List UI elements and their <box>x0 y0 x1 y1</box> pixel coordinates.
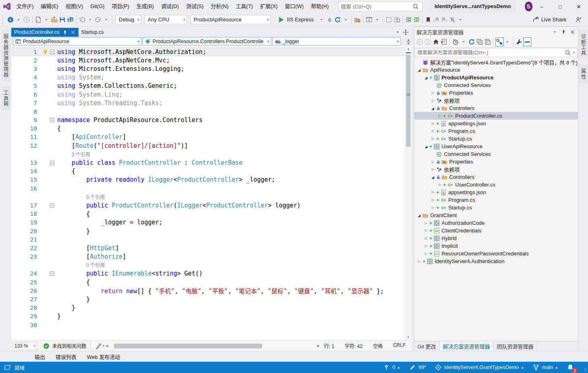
document-tab-Startup.cs[interactable]: Startup.cs <box>78 28 107 37</box>
fold-collapse-button[interactable]: − <box>50 161 54 165</box>
chevron-down-icon[interactable] <box>14 15 23 24</box>
se-forward-icon[interactable] <box>424 37 432 46</box>
debug-target-combo[interactable]: Debug ▾ <box>116 15 141 24</box>
startup-project-combo[interactable]: ProductApiResource ▾ <box>190 15 271 24</box>
editor-vertical-scrollbar[interactable]: ▲ ▼ <box>405 46 411 340</box>
switch-view-icon[interactable] <box>440 37 448 46</box>
collapsed-arrow-icon[interactable]: ▷ <box>430 191 435 194</box>
repository-picker[interactable]: IdentityServer4.GrantTypesDemo ▲ <box>434 363 524 372</box>
sync-icon[interactable] <box>495 37 503 46</box>
tree-item-Controllers[interactable]: ◢Controllers <box>414 104 578 112</box>
vertical-scroll-thumb[interactable] <box>406 55 411 147</box>
char-indicator[interactable]: 字符: 42 <box>345 342 363 349</box>
tree-item-ApiResource[interactable]: ◢ApiResource <box>414 66 578 74</box>
live-share-button[interactable]: Live Share <box>532 15 582 24</box>
save-all-icon[interactable] <box>66 15 74 24</box>
solution-search-input[interactable] <box>417 50 564 56</box>
git-push-status[interactable]: 0 ▲ <box>382 363 400 372</box>
tool-window-tab-解决方案资源管理器[interactable]: 解决方案资源管理器 <box>439 341 493 351</box>
tree-item-Controllers[interactable]: ◢Controllers <box>414 173 578 181</box>
collapsed-arrow-icon[interactable]: ▷ <box>430 137 435 141</box>
pin-icon[interactable] <box>62 30 68 35</box>
navbar-type-dropdown[interactable]: ProductApiResource.Controllers.ProductCo… <box>142 37 271 46</box>
preview-icon[interactable] <box>484 37 492 46</box>
space-indicator[interactable]: 空格 <box>373 342 383 349</box>
collapsed-arrow-icon[interactable]: ▷ <box>423 252 429 255</box>
chevron-down-icon[interactable] <box>503 37 512 46</box>
solution-search-box[interactable]: ▾ <box>415 48 578 57</box>
toolbar-grip[interactable] <box>2 15 4 24</box>
collapsed-arrow-icon[interactable]: ▷ <box>430 99 435 102</box>
tree-item-Startup.cs[interactable]: ▷+C#Startup.cs <box>414 204 578 211</box>
tree-item-Properties[interactable]: ▷Properties <box>414 89 578 97</box>
feedback-person-icon[interactable] <box>574 15 582 24</box>
tree-item-UserController.cs[interactable]: ▷+C#UserController.cs <box>414 181 578 189</box>
bottom-panel-tab-输出[interactable]: 输出 <box>35 353 45 361</box>
scroll-down-icon[interactable]: ▼ <box>405 334 411 340</box>
code-cleanup-pen-icon[interactable] <box>95 342 103 350</box>
bm-next-icon[interactable] <box>440 15 448 24</box>
collapsed-arrow-icon[interactable]: ▷ <box>430 160 435 164</box>
solution-explorer-titlebar[interactable]: 解决方案资源管理器 ▾ <box>414 27 578 37</box>
chevron-down-icon[interactable] <box>102 15 110 24</box>
collapsed-arrow-icon[interactable]: ▷ <box>437 183 442 186</box>
navbar-project-dropdown[interactable]: ProductApiResource ▾ <box>13 37 141 46</box>
scroll-up-icon[interactable]: ▲ <box>405 46 411 52</box>
menu-item-12[interactable]: 帮助(H) <box>307 0 332 13</box>
find-in-files-icon[interactable] <box>353 15 361 24</box>
fold-collapse-button[interactable]: − <box>50 50 54 54</box>
collapsed-arrow-icon[interactable]: ▷ <box>423 244 429 248</box>
tool-window-tab-Git 更改[interactable]: Git 更改 <box>414 341 439 351</box>
fold-collapse-button[interactable]: − <box>50 271 54 276</box>
close-icon[interactable] <box>569 30 576 34</box>
chevron-down-icon[interactable] <box>460 37 468 46</box>
tree-item-Connected Services[interactable]: Connected Services <box>414 81 578 89</box>
minimize-button[interactable]: – <box>532 0 551 13</box>
menu-item-0[interactable]: 文件(F) <box>13 0 37 13</box>
menu-item-5[interactable]: 生成(B) <box>133 0 157 13</box>
collapsed-arrow-icon[interactable]: ▷ <box>430 122 435 125</box>
codelens-references[interactable]: 3 个引用 <box>72 152 90 157</box>
chevron-down-icon[interactable] <box>86 15 94 24</box>
collapsed-arrow-icon[interactable]: ▷ <box>430 168 435 171</box>
close-button[interactable]: ✕ <box>569 0 588 13</box>
menu-item-4[interactable]: 项目(P) <box>108 0 133 13</box>
menu-item-8[interactable]: 分析(N) <box>207 0 232 13</box>
pin-icon[interactable] <box>560 30 567 34</box>
menu-item-2[interactable]: 视图(V) <box>62 0 87 13</box>
resize-grip[interactable]: ⠿ <box>584 368 587 372</box>
editor-horizontal-scrollbar[interactable]: ◀ ▶ <box>104 341 321 351</box>
tree-item-ResourceOwnerPasswordCredentials[interactable]: ▷+C#ResourceOwnerPasswordCredentials <box>414 250 578 257</box>
expanded-arrow-icon[interactable]: ◢ <box>423 145 429 149</box>
tree-item-appsettings.json[interactable]: ▷+{}appsettings.json <box>414 120 578 127</box>
tree-item-UserApiResource[interactable]: ◢+UserApiResource <box>414 143 578 150</box>
left-strip-tab-1[interactable]: 工具箱 <box>1 86 10 111</box>
split-editor-handle[interactable] <box>406 37 411 46</box>
tree-item-Program.cs[interactable]: ▷+C#Program.cs <box>414 127 578 135</box>
tree-item-Program.cs[interactable]: ▷+C#Program.cs <box>414 196 578 204</box>
git-edits-status[interactable]: 99* <box>409 363 426 372</box>
tree-item-依赖项[interactable]: ▷依赖项 <box>414 166 578 173</box>
collapsed-arrow-icon[interactable]: ▷ <box>423 229 429 232</box>
line-indicator[interactable]: 行: 1 <box>324 342 334 349</box>
collapsed-arrow-icon[interactable]: ▷ <box>437 114 442 118</box>
save-icon[interactable] <box>58 15 66 24</box>
expanded-arrow-icon[interactable]: ◢ <box>423 76 429 80</box>
undo-icon[interactable] <box>78 15 86 24</box>
fold-collapse-button[interactable]: − <box>50 203 54 207</box>
tree-item-ClientCredentials[interactable]: ▷+C#ClientCredentials <box>414 227 578 234</box>
tree-item-Startup.cs[interactable]: ▷+C#Startup.cs <box>414 135 578 143</box>
goto-def-icon[interactable] <box>385 15 393 24</box>
maximize-button[interactable]: □ <box>551 0 569 13</box>
branch-picker[interactable]: main ▲ <box>532 363 558 372</box>
tree-item-依赖项[interactable]: ▷依赖项 <box>414 97 578 104</box>
right-strip-tab-0[interactable]: 诊断工具 <box>579 30 588 60</box>
quick-search-box[interactable] <box>338 2 423 11</box>
tree-item-ProductController.cs[interactable]: ▷+C#ProductController.cs <box>414 112 578 120</box>
left-strip-tab-0[interactable]: 服务器资源管理器 <box>1 30 10 81</box>
run-iis-express-button[interactable]: IIS Express <box>275 15 318 25</box>
scroll-right-icon[interactable]: ▶ <box>316 344 321 348</box>
code-editor[interactable]: 1−using Microsoft.AspNetCore.Authorizati… <box>11 46 411 340</box>
code-health-indicator[interactable]: 未找到相关问题 <box>42 342 86 350</box>
refresh-icon[interactable] <box>468 37 476 46</box>
